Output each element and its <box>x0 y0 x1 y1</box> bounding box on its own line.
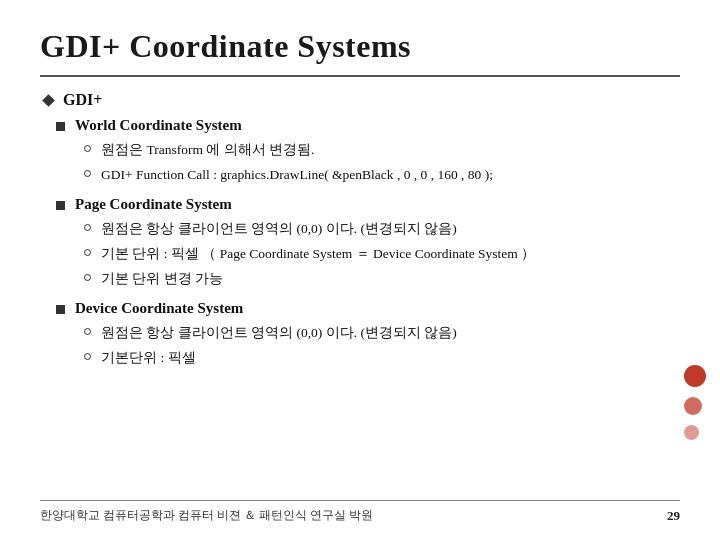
bullet-square-icon <box>56 122 65 131</box>
list-item-text: 원점은 Transform 에 의해서 변경됨. <box>101 140 314 161</box>
gdi-header-label: GDI+ <box>63 91 102 109</box>
page: GDI+ Coordinate Systems GDI+ World Coord… <box>0 0 720 540</box>
bullet-circle-icon <box>84 145 91 152</box>
diamond-icon <box>42 94 55 107</box>
section-device: Device Coordinate System원점은 항상 클라이언트 영역의… <box>40 300 680 369</box>
sections-container: World Coordinate System원점은 Transform 에 의… <box>40 117 680 368</box>
list-item-text: 기본 단위 변경 가능 <box>101 269 223 290</box>
list-item: 원점은 Transform 에 의해서 변경됨. <box>84 140 680 161</box>
title-divider <box>40 75 680 77</box>
section-title-device: Device Coordinate System <box>75 300 243 317</box>
deco-circle-1 <box>684 365 706 387</box>
list-item-text: 원점은 항상 클라이언트 영역의 (0,0) 이다. (변경되지 않음) <box>101 323 457 344</box>
deco-circles <box>684 365 706 440</box>
list-item-text: 원점은 항상 클라이언트 영역의 (0,0) 이다. (변경되지 않음) <box>101 219 457 240</box>
bullet-circle-icon <box>84 353 91 360</box>
section-title-world: World Coordinate System <box>75 117 242 134</box>
list-item: 기본 단위 : 픽셀 （ Page Coordinate System ＝ De… <box>84 244 680 265</box>
list-item: 기본단위 : 픽셀 <box>84 348 680 369</box>
page-title: GDI+ Coordinate Systems <box>40 28 680 65</box>
list-item-text: 기본 단위 : 픽셀 （ Page Coordinate System ＝ De… <box>101 244 535 265</box>
bullet-circle-icon <box>84 328 91 335</box>
deco-circle-2 <box>684 397 702 415</box>
footer: 한양대학교 컴퓨터공학과 컴퓨터 비젼 ＆ 패턴인식 연구실 박원 29 <box>40 500 680 524</box>
list-item: 원점은 항상 클라이언트 영역의 (0,0) 이다. (변경되지 않음) <box>84 323 680 344</box>
section-title-page: Page Coordinate System <box>75 196 232 213</box>
bullet-square-icon <box>56 201 65 210</box>
list-item: 원점은 항상 클라이언트 영역의 (0,0) 이다. (변경되지 않음) <box>84 219 680 240</box>
list-item-text: GDI+ Function Call : graphics.DrawLine( … <box>101 165 493 186</box>
gdi-header: GDI+ <box>40 91 680 109</box>
bullet-circle-icon <box>84 170 91 177</box>
deco-circle-3 <box>684 425 699 440</box>
bullet-circle-icon <box>84 249 91 256</box>
footer-page: 29 <box>667 508 680 524</box>
sub-list-page: 원점은 항상 클라이언트 영역의 (0,0) 이다. (변경되지 않음)기본 단… <box>40 219 680 290</box>
list-item: 기본 단위 변경 가능 <box>84 269 680 290</box>
section-label-row-world: World Coordinate System <box>40 117 680 134</box>
sub-list-world: 원점은 Transform 에 의해서 변경됨.GDI+ Function Ca… <box>40 140 680 186</box>
bullet-circle-icon <box>84 274 91 281</box>
bullet-circle-icon <box>84 224 91 231</box>
list-item-text: 기본단위 : 픽셀 <box>101 348 196 369</box>
sub-list-device: 원점은 항상 클라이언트 영역의 (0,0) 이다. (변경되지 않음)기본단위… <box>40 323 680 369</box>
footer-left: 한양대학교 컴퓨터공학과 컴퓨터 비젼 ＆ 패턴인식 연구실 박원 <box>40 507 373 524</box>
section-page: Page Coordinate System원점은 항상 클라이언트 영역의 (… <box>40 196 680 290</box>
bullet-square-icon <box>56 305 65 314</box>
section-label-row-page: Page Coordinate System <box>40 196 680 213</box>
list-item: GDI+ Function Call : graphics.DrawLine( … <box>84 165 680 186</box>
section-world: World Coordinate System원점은 Transform 에 의… <box>40 117 680 186</box>
section-label-row-device: Device Coordinate System <box>40 300 680 317</box>
